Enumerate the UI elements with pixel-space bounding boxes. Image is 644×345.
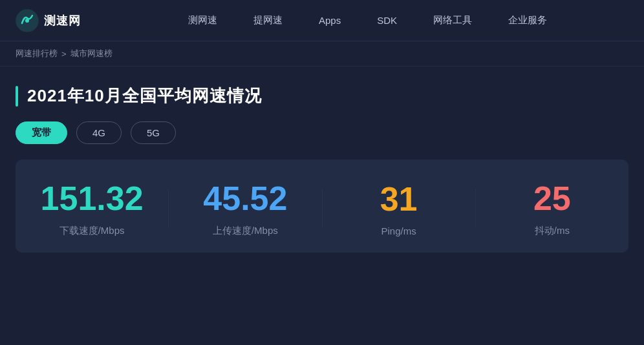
logo[interactable]: 测速网 (16, 9, 81, 32)
stat-jitter-value: 25 (533, 180, 571, 217)
main-content: 2021年10月全国平均网速情况 宽带 4G 5G 151.32 下载速度/Mb… (0, 67, 644, 268)
page-title-wrap: 2021年10月全国平均网速情况 (16, 85, 628, 107)
stat-upload-label: 上传速度/Mbps (213, 225, 278, 237)
stat-download: 151.32 下载速度/Mbps (16, 180, 168, 237)
stat-upload: 45.52 上传速度/Mbps (169, 180, 321, 237)
breadcrumb-separator: > (61, 49, 67, 59)
breadcrumb-city-ranking[interactable]: 城市网速榜 (70, 48, 113, 59)
filter-tab-broadband[interactable]: 宽带 (16, 121, 67, 144)
stat-download-label: 下载速度/Mbps (59, 225, 125, 237)
filter-tab-4g[interactable]: 4G (76, 121, 122, 144)
nav-item-network-tools[interactable]: 网络工具 (415, 0, 490, 41)
logo-text: 测速网 (44, 13, 81, 28)
filter-tab-5g[interactable]: 5G (131, 121, 176, 144)
page-title: 2021年10月全国平均网速情况 (27, 85, 262, 107)
stat-ping: 31 Ping/ms (323, 181, 475, 236)
nav-item-improve-speed[interactable]: 提网速 (235, 0, 301, 41)
breadcrumb-ranking[interactable]: 网速排行榜 (16, 48, 58, 59)
stat-ping-value: 31 (380, 181, 418, 218)
stat-ping-label: Ping/ms (381, 225, 416, 236)
header: 测速网 测网速 提网速 Apps SDK 网络工具 企业服务 (0, 0, 644, 41)
logo-icon (16, 9, 39, 32)
stat-jitter: 25 抖动/ms (476, 180, 628, 237)
filter-tabs: 宽带 4G 5G (16, 121, 628, 144)
stats-card: 151.32 下载速度/Mbps 45.52 上传速度/Mbps 31 Ping… (16, 160, 628, 253)
nav-item-test-speed[interactable]: 测网速 (170, 0, 235, 41)
stat-jitter-label: 抖动/ms (535, 225, 570, 237)
stat-upload-value: 45.52 (203, 180, 287, 217)
nav-item-apps[interactable]: Apps (301, 0, 359, 41)
main-nav: 测网速 提网速 Apps SDK 网络工具 企业服务 (107, 0, 628, 41)
svg-point-1 (25, 19, 29, 23)
stat-download-value: 151.32 (41, 180, 144, 217)
breadcrumb-bar: 网速排行榜 > 城市网速榜 (0, 41, 644, 67)
nav-item-sdk[interactable]: SDK (359, 0, 415, 41)
nav-item-enterprise[interactable]: 企业服务 (490, 0, 565, 41)
title-bar-decoration (16, 86, 18, 107)
breadcrumb: 网速排行榜 > 城市网速榜 (16, 48, 628, 59)
